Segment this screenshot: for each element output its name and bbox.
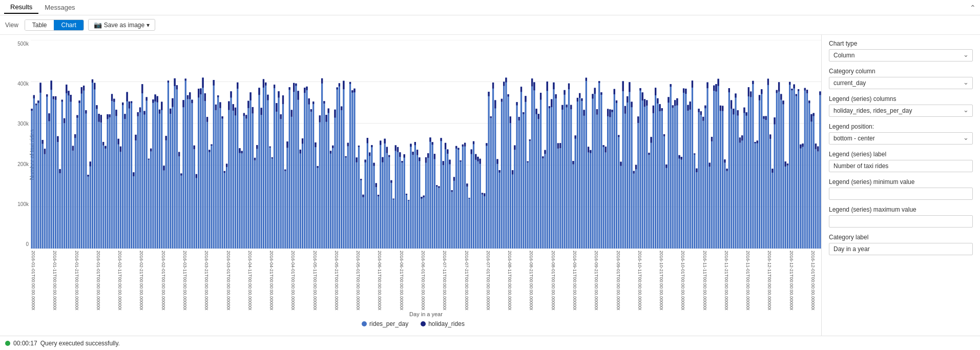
x-axis-labels [31,249,821,310]
legend-dot-holiday-rides [421,321,426,326]
chart-canvas-wrap: 500k 400k 300k 200k 100k 0 [31,40,821,249]
chart-type-section: Chart type Column [829,40,973,61]
chart-type-select[interactable]: Column [829,49,973,61]
save-as-image-button[interactable]: 📷 Save as image ▾ [88,19,155,31]
legend-series-min-input[interactable] [829,188,973,200]
view-label: View [5,22,18,29]
chart-type-label: Chart type [829,40,973,47]
view-toggle: Table Chart [25,19,84,31]
table-button[interactable]: Table [25,20,54,30]
legend-series-min-label: Legend (series) minimum value [829,178,973,186]
chart-area: Number of taxi rides 500k 400k 300k 200k… [0,35,821,336]
legend-series-max-label: Legend (series) maximum value [829,206,973,213]
legend-item-rides-per-day: rides_per_day [362,320,408,327]
legend-series-label-input[interactable] [829,160,973,172]
y-tick-100k: 100k [6,201,29,207]
save-label: Save as image [104,22,144,29]
x-labels-canvas [31,249,821,310]
right-panel: Chart type Column Category column curren… [821,35,980,336]
category-label-label: Category label [829,234,973,241]
y-tick-500k: 500k [6,41,29,47]
query-time: 00:00:17 [13,340,37,347]
dropdown-arrow-icon: ▾ [147,22,150,29]
toolbar: View Table Chart 📷 Save as image ▾ [0,15,980,35]
status-bar: 00:00:17 Query executed successfully. [0,336,980,350]
chart-inner: 500k 400k 300k 200k 100k 0 Day in a year [31,40,821,317]
status-dot [5,341,10,346]
main-area: Number of taxi rides 500k 400k 300k 200k… [0,35,980,336]
top-bar: Results Messages ⌃ [0,0,980,15]
legend-position-section: Legend position: bottom - center [829,123,973,145]
legend-series-columns-label: Legend (series) columns [829,95,973,102]
category-label-section: Category label [829,234,973,255]
y-tick-0: 0 [6,241,29,247]
legend-series-columns-select[interactable]: holiday_rides, rides_per_day [829,105,973,117]
legend-item-holiday-rides: holiday_rides [421,320,465,327]
legend-label-rides-per-day: rides_per_day [369,320,408,327]
tab-results[interactable]: Results [4,1,38,14]
y-tick-400k: 400k [6,81,29,87]
legend-series-label-label: Legend (series) label [829,151,973,158]
y-tick-200k: 200k [6,161,29,167]
legend-series-max-section: Legend (series) maximum value [829,206,973,228]
chart-legend: rides_per_day holiday_rides [5,317,821,331]
tab-messages[interactable]: Messages [38,2,81,13]
save-icon: 📷 [94,21,102,29]
category-column-select[interactable]: current_day [829,77,973,89]
legend-dot-rides-per-day [362,321,367,326]
bar-chart-canvas [31,40,821,249]
x-axis-label: Day in a year [409,311,443,317]
status-text: Query executed successfully. [40,340,120,347]
category-column-section: Category column current_day [829,68,973,89]
legend-series-label-section: Legend (series) label [829,151,973,172]
collapse-button[interactable]: ⌃ [970,4,976,12]
chart-button[interactable]: Chart [54,20,83,30]
category-column-label: Category column [829,68,973,75]
legend-series-columns-section: Legend (series) columns holiday_rides, r… [829,95,973,117]
y-tick-300k: 300k [6,121,29,127]
legend-label-holiday-rides: holiday_rides [428,320,465,327]
legend-series-min-section: Legend (series) minimum value [829,178,973,200]
category-label-input[interactable] [829,243,973,255]
legend-position-select[interactable]: bottom - center [829,132,973,145]
legend-position-label: Legend position: [829,123,973,130]
legend-series-max-input[interactable] [829,215,973,228]
